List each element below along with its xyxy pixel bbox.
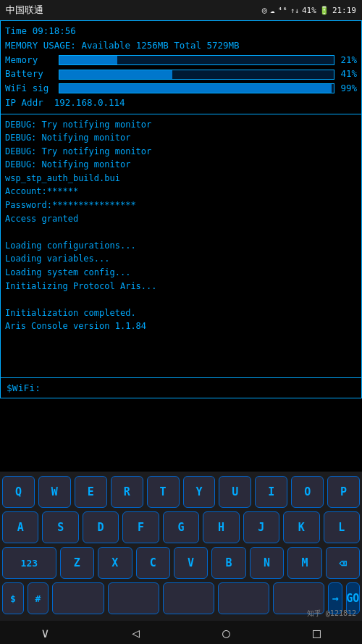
log-line: DEBUG: Try notifying monitor [5, 118, 357, 132]
memory-progress-bg [59, 55, 334, 65]
nav-triangle-icon[interactable]: ◁ [132, 625, 140, 640]
log-line [5, 333, 357, 347]
key-row-1: ASDFGHJKL [2, 511, 360, 543]
ip-row: IP Addr 192.168.0.114 [5, 96, 357, 110]
key-S[interactable]: S [42, 511, 78, 543]
key-Z[interactable]: Z [60, 547, 94, 579]
key-B[interactable]: B [211, 547, 245, 579]
memory-label: Memory [5, 54, 56, 67]
log-line: Loading configurations... [5, 239, 357, 253]
battery-progress-bg [59, 70, 334, 80]
status-bar: 中国联通 ◎ ☁ ⁴⁶ ↑↓ 41% 🔋 21:19 [0, 0, 362, 20]
memory-progress-fill [59, 56, 117, 64]
key-row-2: 123ZXCVBNM⌫ [2, 547, 360, 579]
key-row-0: QWERTYUIOP [2, 476, 360, 508]
time-label: Time 09:18:56 [5, 25, 76, 38]
nav-bar: ∨ ◁ ○ □ [0, 621, 362, 644]
key-#[interactable]: # [28, 582, 49, 614]
key-J[interactable]: J [243, 511, 279, 543]
ip-label: IP Addr 192.168.0.114 [5, 96, 125, 110]
nav-back-icon[interactable]: ∨ [41, 625, 49, 640]
cloud-icon: ☁ [270, 6, 275, 15]
nav-home-circle-icon[interactable]: ○ [222, 625, 230, 640]
wifi-sig-label: WiFi sig [5, 82, 56, 96]
log-line [5, 225, 357, 239]
log-line [5, 293, 357, 306]
log-line: wsp_stp_auth_build.bui [5, 172, 357, 185]
key-Q[interactable]: Q [2, 476, 35, 508]
key-L[interactable]: L [324, 511, 360, 543]
key-123[interactable]: 123 [2, 547, 56, 579]
memory-bar-row: Memory 21% [5, 54, 357, 67]
wifi-progress-fill [59, 84, 332, 93]
key-N[interactable]: N [250, 547, 284, 579]
time-row: Time 09:18:56 [5, 25, 357, 38]
log-line [5, 347, 357, 361]
key-O[interactable]: O [291, 476, 324, 508]
key-H[interactable]: H [203, 511, 239, 543]
status-icons: ◎ ☁ ⁴⁶ ↑↓ 41% 🔋 21:19 [262, 5, 356, 15]
key-U[interactable]: U [219, 476, 251, 508]
key-W[interactable]: W [38, 476, 71, 508]
key-P[interactable]: P [327, 476, 360, 508]
terminal-panel: Time 09:18:56 MEMORY USAGE: Available 12… [0, 20, 362, 114]
key-Y[interactable]: Y [183, 476, 216, 508]
signal-label: ⁴⁶ [278, 6, 287, 15]
battery-progress-fill [59, 70, 172, 79]
battery-icon: 🔋 [319, 6, 329, 15]
battery-bar-row: Battery 41% [5, 67, 357, 81]
key-K[interactable]: K [283, 511, 319, 543]
key-$[interactable]: $ [2, 582, 24, 614]
log-line: Password:**************** [5, 198, 357, 212]
key-M[interactable]: M [287, 547, 321, 579]
key-space[interactable] [52, 582, 104, 614]
key-space[interactable] [218, 582, 269, 614]
key-E[interactable]: E [75, 476, 107, 508]
battery-percent-label: 41% [340, 67, 357, 81]
watermark: 知乎 @121812 [307, 609, 356, 619]
log-line: Loading system config... [5, 266, 357, 280]
prompt-area[interactable]: $WiFi: [0, 378, 362, 398]
key-C[interactable]: C [136, 547, 170, 579]
memory-usage-label: MEMORY USAGE: Available 1256MB Total 572… [5, 39, 240, 53]
key-I[interactable]: I [255, 476, 287, 508]
log-panel: DEBUG: Try notifying monitorDEBUG: Notif… [0, 114, 362, 378]
log-line: Aris Console version 1.1.84 [5, 319, 357, 333]
log-line: DEBUG: Try notifying monitor [5, 145, 357, 159]
memory-usage-row: MEMORY USAGE: Available 1256MB Total 572… [5, 39, 357, 53]
key-R[interactable]: R [111, 476, 143, 508]
wifi-bar-row: WiFi sig 99% [5, 82, 357, 96]
wifi-percent-label: 99% [340, 82, 357, 96]
log-line: Account:****** [5, 185, 357, 198]
key-A[interactable]: A [2, 511, 38, 543]
log-line [5, 360, 357, 374]
key-⌫[interactable]: ⌫ [326, 547, 360, 579]
time-label: 21:19 [332, 6, 356, 15]
log-line: DEBUG: Notifying monitor [5, 158, 357, 172]
key-G[interactable]: G [163, 511, 199, 543]
log-line: DEBUG: Notifying monitor [5, 131, 357, 145]
keyboard: QWERTYUIOPASDFGHJKL123ZXCVBNM⌫$#→GO [0, 472, 362, 621]
key-space[interactable] [108, 582, 159, 614]
network-arrows: ↑↓ [290, 7, 299, 14]
key-D[interactable]: D [83, 511, 119, 543]
memory-percent: 21% [340, 54, 357, 67]
log-line: Initialization completed. [5, 306, 357, 320]
wifi-icon: ◎ [262, 5, 267, 15]
battery-percent: 41% [302, 6, 316, 15]
key-T[interactable]: T [147, 476, 180, 508]
key-space[interactable] [163, 582, 214, 614]
key-V[interactable]: V [174, 547, 208, 579]
log-line: Initializing Protocol Aris... [5, 280, 357, 293]
nav-square-icon[interactable]: □ [313, 625, 321, 640]
battery-label: Battery [5, 67, 56, 81]
log-line: Access granted [5, 212, 357, 226]
log-line: Loading variables... [5, 252, 357, 266]
wifi-progress-bg [59, 83, 334, 93]
key-X[interactable]: X [98, 547, 132, 579]
prompt-text: $WiFi: [7, 382, 41, 393]
carrier-label: 中国联通 [6, 4, 43, 17]
key-F[interactable]: F [122, 511, 159, 543]
